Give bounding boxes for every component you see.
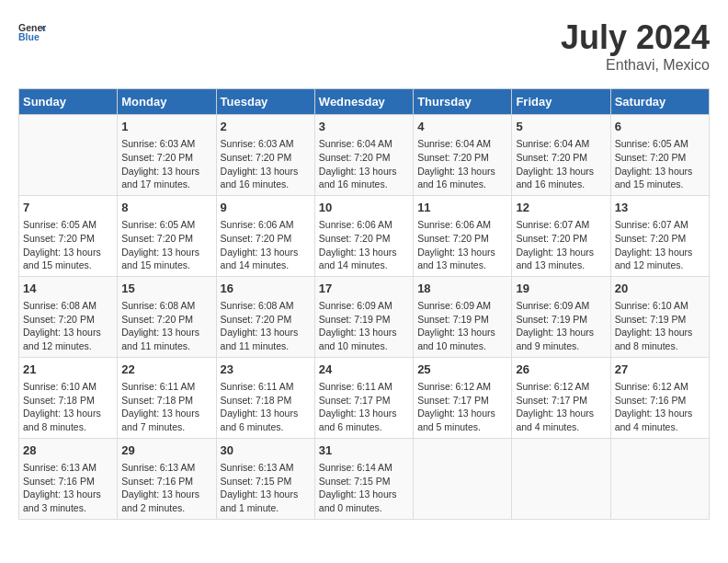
- day-info: Sunset: 7:20 PM: [615, 232, 705, 246]
- day-number: 13: [615, 200, 705, 216]
- day-info: and 6 minutes.: [319, 420, 409, 434]
- day-info: Sunset: 7:20 PM: [417, 232, 507, 246]
- calendar-cell: 21Sunrise: 6:10 AMSunset: 7:18 PMDayligh…: [19, 357, 118, 438]
- day-number: 14: [23, 281, 113, 297]
- day-info: Sunset: 7:20 PM: [221, 232, 311, 246]
- day-info: Sunrise: 6:07 AM: [516, 218, 606, 232]
- day-info: Sunset: 7:15 PM: [221, 475, 311, 488]
- calendar-cell: 5Sunrise: 6:04 AMSunset: 7:20 PMDaylight…: [512, 115, 610, 196]
- day-info: Sunrise: 6:10 AM: [615, 299, 705, 313]
- calendar-cell: 31Sunrise: 6:14 AMSunset: 7:15 PMDayligh…: [314, 438, 413, 519]
- day-info: Daylight: 13 hours: [615, 407, 705, 420]
- day-info: Daylight: 13 hours: [319, 165, 409, 178]
- day-info: and 16 minutes.: [417, 178, 507, 191]
- day-number: 21: [23, 362, 113, 378]
- day-info: and 15 minutes.: [615, 178, 705, 191]
- day-info: and 12 minutes.: [23, 339, 113, 353]
- day-info: and 16 minutes.: [516, 178, 606, 191]
- day-header-friday: Friday: [512, 89, 610, 115]
- day-info: Sunrise: 6:11 AM: [319, 380, 409, 394]
- day-number: 8: [121, 200, 211, 216]
- logo: General Blue: [18, 18, 46, 46]
- day-number: 18: [417, 281, 507, 297]
- calendar-cell: 2Sunrise: 6:03 AMSunset: 7:20 PMDaylight…: [216, 115, 314, 196]
- calendar-cell: 13Sunrise: 6:07 AMSunset: 7:20 PMDayligh…: [610, 195, 709, 276]
- day-info: and 13 minutes.: [417, 259, 507, 272]
- day-info: Daylight: 13 hours: [221, 407, 311, 420]
- day-info: Sunrise: 6:08 AM: [23, 299, 113, 313]
- calendar-cell: 11Sunrise: 6:06 AMSunset: 7:20 PMDayligh…: [414, 195, 512, 276]
- day-info: Daylight: 13 hours: [121, 407, 211, 420]
- title-block: July 2024 Enthavi, Mexico: [561, 18, 710, 74]
- day-number: 9: [221, 200, 311, 216]
- day-info: and 13 minutes.: [516, 259, 606, 272]
- day-number: 29: [121, 442, 211, 459]
- day-number: 26: [516, 362, 606, 378]
- day-info: and 2 minutes.: [121, 501, 211, 515]
- day-info: and 10 minutes.: [319, 339, 409, 353]
- calendar-cell: 24Sunrise: 6:11 AMSunset: 7:17 PMDayligh…: [314, 357, 413, 438]
- day-info: and 11 minutes.: [121, 339, 211, 353]
- day-info: Sunset: 7:19 PM: [615, 313, 705, 327]
- day-info: Sunset: 7:20 PM: [23, 232, 113, 246]
- day-info: Daylight: 13 hours: [516, 246, 606, 259]
- day-info: and 7 minutes.: [121, 420, 211, 434]
- day-info: Daylight: 13 hours: [516, 165, 606, 178]
- day-info: Sunrise: 6:08 AM: [221, 299, 311, 313]
- calendar-cell: 30Sunrise: 6:13 AMSunset: 7:15 PMDayligh…: [216, 438, 314, 519]
- day-info: Sunset: 7:18 PM: [23, 394, 113, 408]
- day-info: Sunrise: 6:13 AM: [221, 461, 311, 475]
- calendar-cell: 1Sunrise: 6:03 AMSunset: 7:20 PMDaylight…: [118, 115, 216, 196]
- day-info: and 8 minutes.: [615, 339, 705, 353]
- day-info: Sunrise: 6:11 AM: [121, 380, 211, 394]
- day-info: and 4 minutes.: [615, 420, 705, 434]
- day-info: Daylight: 13 hours: [516, 407, 606, 420]
- day-info: Sunrise: 6:04 AM: [516, 137, 606, 151]
- day-info: Sunrise: 6:09 AM: [319, 299, 409, 313]
- day-info: Daylight: 13 hours: [221, 165, 311, 178]
- day-info: Sunrise: 6:08 AM: [121, 299, 211, 313]
- day-info: Sunrise: 6:03 AM: [221, 137, 311, 151]
- day-number: 5: [516, 119, 606, 135]
- day-header-sunday: Sunday: [19, 89, 118, 115]
- day-info: Daylight: 13 hours: [319, 488, 409, 501]
- day-info: Sunrise: 6:05 AM: [615, 137, 705, 151]
- day-header-saturday: Saturday: [610, 89, 709, 115]
- day-info: Sunset: 7:18 PM: [121, 394, 211, 408]
- day-number: 24: [319, 362, 409, 378]
- day-info: and 14 minutes.: [221, 259, 311, 272]
- day-info: Sunset: 7:20 PM: [319, 151, 409, 165]
- day-info: Sunrise: 6:03 AM: [121, 137, 211, 151]
- logo-icon: General Blue: [18, 18, 46, 46]
- day-info: Sunset: 7:16 PM: [23, 475, 113, 488]
- day-info: Sunset: 7:20 PM: [516, 151, 606, 165]
- day-info: and 15 minutes.: [23, 259, 113, 272]
- calendar-cell: [19, 115, 118, 196]
- calendar-cell: 8Sunrise: 6:05 AMSunset: 7:20 PMDaylight…: [118, 195, 216, 276]
- day-info: and 17 minutes.: [121, 178, 211, 191]
- day-info: Daylight: 13 hours: [23, 488, 113, 501]
- day-info: Sunrise: 6:13 AM: [121, 461, 211, 475]
- day-number: 7: [23, 200, 113, 216]
- day-number: 1: [121, 119, 211, 135]
- day-info: Daylight: 13 hours: [615, 246, 705, 259]
- day-info: Sunset: 7:20 PM: [23, 313, 113, 327]
- main-title: July 2024: [561, 18, 710, 57]
- day-info: Sunrise: 6:07 AM: [615, 218, 705, 232]
- day-number: 22: [121, 362, 211, 378]
- day-info: Daylight: 13 hours: [319, 326, 409, 339]
- day-info: Daylight: 13 hours: [121, 165, 211, 178]
- day-info: Daylight: 13 hours: [417, 326, 507, 339]
- day-info: and 15 minutes.: [121, 259, 211, 272]
- day-number: 31: [319, 442, 409, 459]
- day-info: Sunset: 7:18 PM: [221, 394, 311, 408]
- day-info: Sunset: 7:20 PM: [221, 313, 311, 327]
- day-info: Daylight: 13 hours: [417, 407, 507, 420]
- day-number: 10: [319, 200, 409, 216]
- day-number: 4: [417, 119, 507, 135]
- day-number: 12: [516, 200, 606, 216]
- day-info: and 1 minute.: [221, 501, 311, 515]
- day-number: 19: [516, 281, 606, 297]
- calendar-cell: 25Sunrise: 6:12 AMSunset: 7:17 PMDayligh…: [414, 357, 512, 438]
- day-number: 11: [417, 200, 507, 216]
